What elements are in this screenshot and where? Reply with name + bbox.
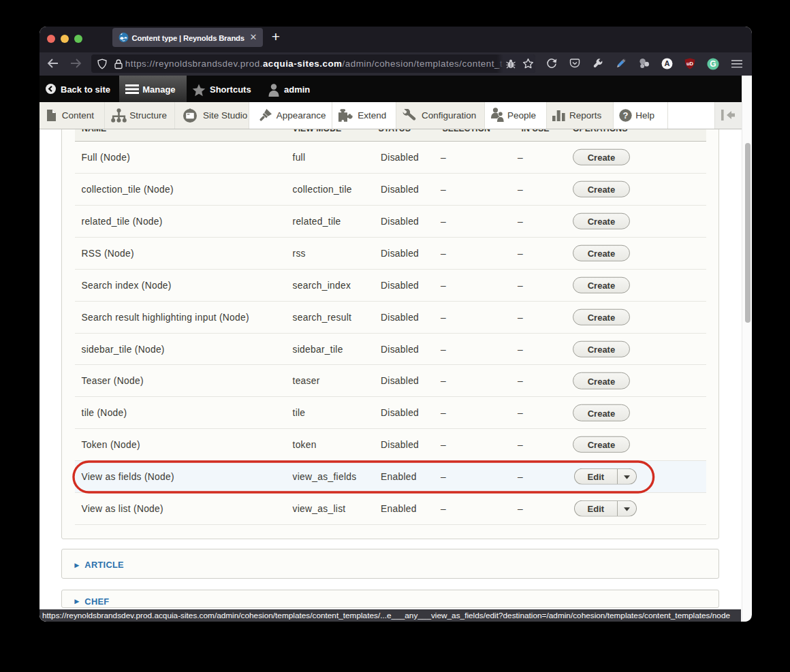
svg-text:A: A [665,60,670,68]
svg-text:?: ? [622,110,628,121]
svg-text:uD: uD [686,61,694,67]
svg-text:G: G [710,59,716,69]
